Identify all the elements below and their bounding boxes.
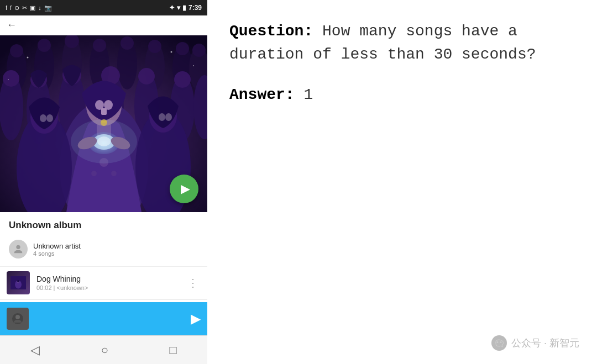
svg-point-48 — [40, 114, 46, 122]
song-list: Dog Whining 00:02 | <unknown> ⋮ — [0, 267, 207, 302]
status-icon-6: ↓ — [38, 4, 41, 11]
song-item-1[interactable]: Dog Whining 00:02 | <unknown> ⋮ — [0, 267, 207, 299]
status-icon-4: ✂ — [22, 4, 27, 12]
svg-point-28 — [174, 71, 191, 88]
svg-point-2 — [10, 44, 23, 57]
status-time: 7:39 — [188, 4, 202, 12]
person-icon — [12, 243, 24, 255]
app-bar: ← — [0, 15, 207, 35]
battery-icon: ▮ — [182, 4, 186, 12]
fab-play-button[interactable]: ▶ — [170, 175, 198, 203]
svg-point-56 — [171, 51, 172, 53]
playbar-thumb — [7, 308, 29, 330]
svg-point-10 — [121, 36, 134, 50]
nav-home-button[interactable]: ○ — [88, 339, 122, 362]
wifi-icon: ▾ — [177, 4, 180, 12]
song-title-1: Dog Whining — [36, 275, 185, 283]
album-info: Unknown album Unknown artist 4 songs — [0, 212, 207, 266]
svg-point-43 — [111, 171, 117, 176]
nav-back-button[interactable]: ◁ — [17, 339, 53, 362]
watermark: 公众号 · 新智元 — [491, 335, 579, 351]
artist-avatar — [9, 240, 28, 259]
playbar-play-button[interactable]: ▶ — [191, 311, 201, 326]
playbar-art — [11, 312, 24, 325]
svg-point-42 — [91, 171, 97, 176]
svg-point-54 — [71, 119, 137, 163]
fb-icon-2: f — [10, 4, 12, 11]
phone-panel: f f ⊙ ✂ ▣ ↓ 📷 ✦ ▾ ▮ 7:39 ← — [0, 0, 207, 364]
svg-point-12 — [148, 40, 161, 53]
playbar: ▶ — [0, 302, 207, 335]
watermark-text: 公众号 · 新智元 — [511, 336, 579, 350]
svg-point-52 — [159, 113, 165, 121]
bluetooth-icon: ✦ — [169, 4, 175, 12]
svg-point-59 — [16, 245, 20, 249]
svg-point-18 — [3, 70, 19, 87]
song-details-1: Dog Whining 00:02 | <unknown> — [36, 275, 185, 291]
fb-icon-1: f — [6, 4, 7, 11]
answer-label: Answer: — [229, 86, 295, 103]
svg-point-69 — [500, 341, 501, 343]
wechat-icon — [491, 335, 507, 351]
status-bar-left: f f ⊙ ✂ ▣ ↓ 📷 — [6, 4, 52, 12]
wechat-logo — [494, 338, 504, 348]
answer-block: Answer: 1 — [229, 86, 575, 103]
question-label: Question: — [229, 23, 313, 40]
artist-songs: 4 songs — [33, 250, 81, 257]
answer-value: 1 — [295, 86, 313, 103]
question-block: Question: How many songs have a duration… — [229, 20, 575, 66]
svg-point-53 — [165, 113, 172, 121]
artist-info: Unknown artist 4 songs — [33, 242, 81, 257]
status-icon-3: ⊙ — [14, 4, 19, 12]
svg-rect-35 — [101, 108, 107, 115]
svg-point-16 — [192, 44, 206, 57]
svg-point-49 — [46, 114, 53, 122]
svg-point-26 — [138, 68, 155, 85]
svg-point-8 — [93, 39, 106, 52]
svg-point-67 — [15, 315, 20, 319]
svg-point-55 — [27, 57, 29, 59]
song-artist-1: <unknown> — [57, 284, 88, 291]
album-art: ▶ — [0, 35, 207, 212]
song-thumb-art-1 — [11, 275, 26, 291]
svg-point-14 — [176, 42, 189, 55]
svg-point-4 — [38, 39, 51, 52]
fab-play-icon: ▶ — [181, 182, 190, 196]
status-icon-5: ▣ — [30, 4, 35, 12]
song-more-button-1[interactable]: ⋮ — [185, 276, 201, 289]
svg-point-58 — [8, 79, 9, 80]
status-icon-7: 📷 — [44, 4, 52, 12]
song-duration-1: 00:02 — [36, 284, 52, 291]
song-thumb-1 — [7, 271, 30, 294]
qa-panel: Question: How many songs have a duration… — [207, 0, 597, 364]
artist-name: Unknown artist — [33, 242, 81, 250]
song-meta-1: 00:02 | <unknown> — [36, 284, 185, 291]
nav-recents-button[interactable]: □ — [156, 339, 190, 362]
back-button[interactable]: ← — [7, 19, 17, 31]
album-title: Unknown album — [9, 220, 198, 231]
svg-point-57 — [193, 65, 194, 66]
nav-bar: ◁ ○ □ — [0, 335, 207, 364]
status-bar: f f ⊙ ✂ ▣ ↓ 📷 ✦ ▾ ▮ 7:39 — [0, 0, 207, 15]
status-bar-right: ✦ ▾ ▮ 7:39 — [169, 4, 202, 12]
svg-point-68 — [496, 341, 498, 343]
artist-row[interactable]: Unknown artist 4 songs — [9, 236, 198, 262]
